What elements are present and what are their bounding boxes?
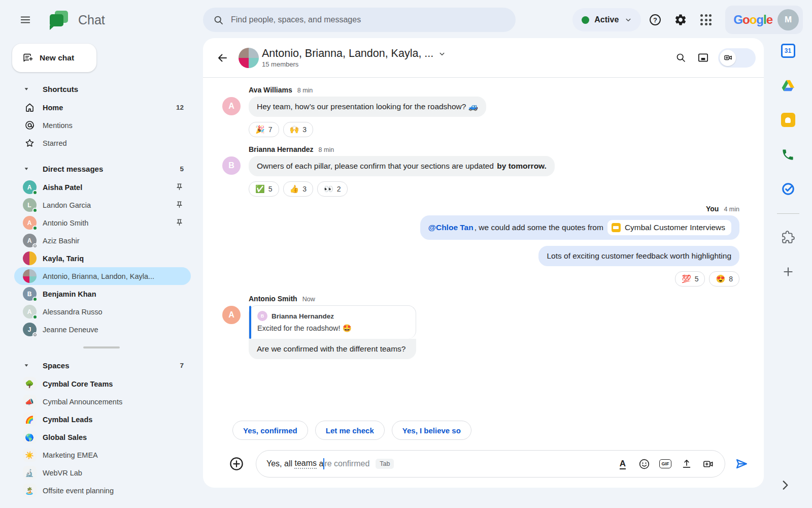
smart-reply-chip[interactable]: Yes, confirmed (232, 421, 308, 440)
drive-file-name: Cymbal Customer Interviews (625, 222, 725, 233)
dm-item[interactable]: Kayla, Tariq (14, 249, 191, 267)
avatar-with-presence: L (23, 198, 37, 212)
settings-button[interactable] (669, 9, 692, 31)
reaction-pill[interactable]: 😍8 (709, 271, 739, 287)
rail-calendar-button[interactable]: 31 (777, 40, 799, 62)
dm-item[interactable]: AAlessandra Russo (14, 303, 191, 321)
split-pane-button[interactable] (692, 47, 714, 69)
space-item[interactable]: ☀️Marketing EMEA (14, 446, 191, 464)
rail-voice-button[interactable] (777, 143, 799, 166)
avatar-with-presence: A (23, 305, 37, 319)
message: AAva Williams8 minHey team, how’s our pr… (222, 86, 739, 137)
sidebar-item-mentions[interactable]: Mentions (14, 116, 191, 134)
google-account[interactable]: Google M (725, 6, 803, 34)
author-name: Ava Williams (249, 86, 292, 94)
space-item[interactable]: 🏝️Offsite event planning (14, 482, 191, 499)
message-body: Ava Williams8 minHey team, how’s our pre… (249, 86, 486, 137)
reaction-pill[interactable]: 👍3 (283, 181, 314, 197)
offline-presence-dot (32, 332, 38, 337)
section-header-spaces[interactable]: Spaces7 (14, 356, 191, 375)
collapse-panel-button[interactable] (779, 479, 792, 492)
section-header-direct-messages[interactable]: Direct messages5 (14, 159, 191, 178)
smart-reply-chip[interactable]: Yes, I believe so (392, 421, 471, 440)
typed-text: Yes, all (266, 459, 294, 468)
online-presence-dot (32, 314, 38, 320)
dm-item[interactable]: AAisha Patel (14, 178, 191, 196)
user-mention[interactable]: @Chloe Tan (428, 222, 473, 233)
profile-avatar[interactable]: M (777, 9, 799, 30)
space-item[interactable]: 📣Cymbal Announcements (14, 393, 191, 410)
smart-reply-chip[interactable]: Let me check (315, 421, 385, 440)
format-text-button[interactable]: A (613, 454, 632, 473)
new-chat-button[interactable]: New chat (12, 44, 96, 72)
dm-item[interactable]: LLandon Garcia (14, 196, 191, 214)
rail-keep-button[interactable] (777, 109, 799, 131)
space-item[interactable]: 🔬WebVR Lab (14, 464, 191, 482)
item-label: Starred (43, 139, 184, 147)
dm-item[interactable]: JJeanne Deneuve (14, 321, 191, 338)
tab-hint-badge: Tab (376, 459, 394, 469)
online-presence-dot (32, 208, 38, 213)
sidebar-item-home[interactable]: Home12 (14, 99, 191, 116)
reaction-pill[interactable]: 💯5 (675, 271, 705, 287)
chevron-down-icon (437, 49, 447, 58)
section-count-badge: 7 (180, 362, 184, 369)
space-item[interactable]: 🌎Global Sales (14, 428, 191, 446)
rail-add-button[interactable] (777, 261, 799, 283)
timestamp: 8 min (297, 87, 313, 94)
section-spaces: Spaces7🌳Cymbal Core Teams📣Cymbal Announc… (0, 356, 203, 499)
pin-icon (175, 201, 184, 209)
search-bar[interactable]: Find people, spaces, and messages (203, 8, 516, 32)
sidebar-item-starred[interactable]: Starred (14, 134, 191, 152)
calendar-icon: 31 (781, 44, 795, 58)
help-button[interactable]: ? (644, 9, 666, 31)
space-item[interactable]: 🌳Cymbal Core Teams (14, 375, 191, 393)
reaction-pill[interactable]: 👀2 (317, 181, 348, 197)
back-button[interactable] (211, 47, 233, 69)
google-apps-button[interactable] (695, 9, 717, 31)
space-item[interactable]: 🌈Cymbal Leads (14, 410, 191, 428)
member-count: 15 members (262, 60, 447, 68)
reaction-pill[interactable]: ✅5 (249, 181, 279, 197)
dm-item[interactable]: AAziz Bashir (14, 232, 191, 249)
avatar: A (22, 180, 37, 194)
dm-item[interactable]: BBenjamin Khan (14, 285, 191, 303)
search-in-conversation-button[interactable] (669, 47, 692, 69)
smart-reply-row: Yes, confirmedLet me checkYes, I believe… (203, 417, 764, 443)
drive-file-chip[interactable]: Cymbal Customer Interviews (607, 220, 731, 235)
video-message-button[interactable] (698, 454, 718, 473)
gif-icon: GIF (659, 459, 671, 468)
unread-count-badge: 12 (176, 104, 184, 111)
rail-tasks-button[interactable] (777, 178, 799, 200)
rail-extensions-button[interactable] (777, 226, 799, 248)
upload-button[interactable] (677, 454, 696, 473)
collapse-triangle-icon (22, 361, 37, 369)
reaction-pill[interactable]: 🙌3 (283, 122, 314, 137)
add-attachment-button[interactable] (227, 455, 246, 473)
conversation-title-menu[interactable]: Antonio, Brianna, Landon, Kayla, ... (262, 47, 447, 60)
reaction-emoji: 👀 (324, 184, 333, 194)
section-resize-handle[interactable] (83, 346, 120, 348)
main-menu-icon[interactable] (14, 9, 37, 31)
reaction-pill[interactable]: 🎉7 (249, 122, 279, 137)
send-button[interactable] (730, 453, 753, 475)
item-label: Benjamin Khan (43, 290, 184, 298)
quoted-message-card[interactable]: BBrianna HernandezExcited for the roadsh… (249, 305, 416, 339)
emoji-smiley-icon (638, 458, 650, 470)
message-bubble: @Chloe Tan, we could add some the quotes… (420, 215, 739, 240)
video-call-toggle[interactable] (718, 48, 756, 68)
dm-item[interactable]: AAntonio Smith (14, 214, 191, 232)
quote-accent-bar (249, 306, 251, 339)
emoji-button[interactable] (634, 454, 654, 473)
message-input[interactable]: Yes, all teams are confirmed Tab A GIF (256, 450, 725, 478)
section-header-shortcuts[interactable]: Shortcuts (14, 79, 191, 99)
rail-drive-button[interactable] (777, 74, 799, 97)
message: You4 min@Chloe Tan, we could add some th… (222, 205, 739, 287)
dm-item[interactable]: Antonio, Brianna, Landon, Kayla... (14, 267, 191, 285)
space-avatar: 📣 (23, 395, 37, 408)
avatar: B (222, 156, 241, 175)
status-selector[interactable]: Active (572, 8, 641, 31)
space-emoji-icon: 🌳 (22, 377, 37, 391)
gif-button[interactable]: GIF (656, 454, 675, 473)
sidebar: New chat ShortcutsHome12MentionsStarredD… (0, 40, 203, 508)
